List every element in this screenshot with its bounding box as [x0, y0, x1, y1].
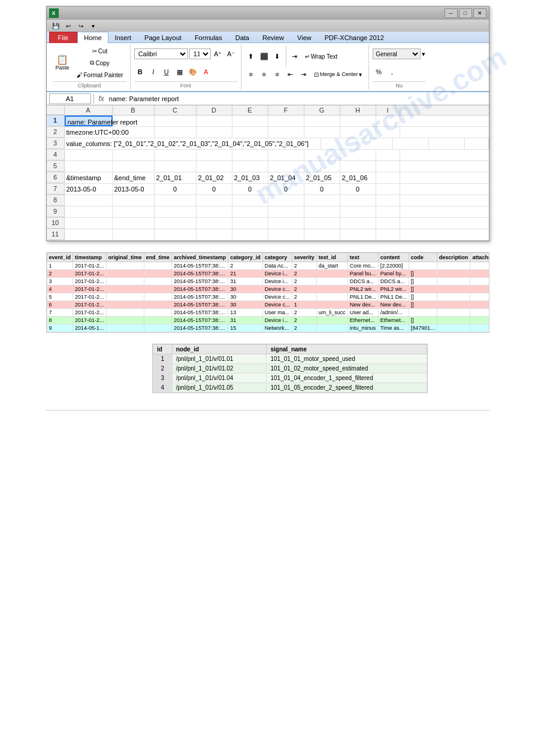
cell-e2[interactable]: [232, 127, 268, 138]
fill-color-button[interactable]: 🎨: [187, 66, 199, 77]
align-middle-button[interactable]: ⬛: [258, 51, 270, 62]
signal-table-row[interactable]: 2/pnl/pnl_1_01/v/01.02101_01_02_motor_sp…: [153, 364, 427, 374]
cell-d4[interactable]: [197, 150, 232, 160]
cell-a10[interactable]: [65, 218, 113, 229]
cell-i6[interactable]: [376, 172, 400, 183]
cell-c11[interactable]: [155, 229, 197, 240]
bold-button[interactable]: B: [134, 66, 146, 77]
cell-i11[interactable]: [376, 229, 400, 240]
font-decrease-button[interactable]: A⁻: [225, 48, 237, 59]
cell-c6[interactable]: 2_01_01: [155, 172, 197, 183]
cell-f10[interactable]: [268, 218, 304, 229]
cell-d7[interactable]: 0: [197, 184, 232, 195]
cell-c2[interactable]: [155, 127, 197, 138]
cell-h11[interactable]: [340, 229, 376, 240]
cut-button[interactable]: ✂ Cut: [74, 45, 126, 56]
qat-save-button[interactable]: 💾: [50, 21, 61, 31]
cell-d6[interactable]: 2_01_02: [197, 172, 232, 183]
signal-table-row[interactable]: 3/pnl/pnl_1_01/v/01.04101_01_04_encoder_…: [153, 374, 427, 383]
font-increase-button[interactable]: A⁺: [212, 48, 224, 59]
event-table-row[interactable]: 52017-01-2...2014-05-15T07:38:0...30Devi…: [47, 293, 489, 301]
cell-d2[interactable]: [197, 127, 232, 138]
cell-g1[interactable]: [304, 116, 340, 126]
cell-a1[interactable]: name: Parameter report: [65, 116, 113, 126]
event-table-row[interactable]: 92014-05-1...2014-05-15T07:38:0...15Netw…: [47, 324, 489, 332]
cell-b5[interactable]: [113, 161, 155, 172]
align-center-button[interactable]: ≡: [258, 69, 270, 80]
cell-a6[interactable]: &timestamp: [65, 172, 113, 183]
merge-center-button[interactable]: ⊡ Merge & Center ▾: [311, 69, 365, 80]
cell-h3[interactable]: [429, 138, 465, 149]
cell-d10[interactable]: [197, 218, 232, 229]
cell-i10[interactable]: [376, 218, 400, 229]
signal-table-row[interactable]: 4/pnl/pnl_1_01/v/01.05101_01_05_encoder_…: [153, 383, 427, 393]
cell-f7[interactable]: 0: [268, 184, 304, 195]
cell-a3[interactable]: value_columns: ["2_01_01","2_01_02","2_0…: [65, 138, 201, 149]
cell-i2[interactable]: [376, 127, 400, 138]
font-name-selector[interactable]: Calibri: [134, 48, 188, 59]
cell-b3[interactable]: [201, 138, 243, 149]
cell-b6[interactable]: &end_time: [113, 172, 155, 183]
align-right-button[interactable]: ≡: [271, 69, 283, 80]
cell-a11[interactable]: [65, 229, 113, 240]
signal-table-row[interactable]: 1/pnl/pnl_1_01/v/01.01101_01_01_motor_sp…: [153, 354, 427, 364]
cell-i7[interactable]: [376, 184, 400, 195]
cell-g2[interactable]: [304, 127, 340, 138]
cell-i5[interactable]: [376, 161, 400, 172]
cell-b8[interactable]: [113, 195, 155, 206]
cell-a8[interactable]: [65, 195, 113, 206]
cell-f11[interactable]: [268, 229, 304, 240]
cell-i4[interactable]: [376, 150, 400, 160]
cell-b9[interactable]: [113, 207, 155, 217]
cell-g6[interactable]: 2_01_05: [304, 172, 340, 183]
cell-reference-input[interactable]: A1: [49, 93, 91, 104]
cell-e4[interactable]: [232, 150, 268, 160]
cell-a5[interactable]: [65, 161, 113, 172]
cell-b10[interactable]: [113, 218, 155, 229]
percent-button[interactable]: %: [373, 66, 385, 77]
maximize-button[interactable]: □: [459, 8, 472, 18]
col-header-a[interactable]: A: [65, 105, 113, 115]
cell-i8[interactable]: [376, 195, 400, 206]
cell-h2[interactable]: [340, 127, 376, 138]
cell-g9[interactable]: [304, 207, 340, 217]
cell-d9[interactable]: [197, 207, 232, 217]
col-header-g[interactable]: G: [304, 105, 340, 115]
border-button[interactable]: ▦: [174, 66, 186, 77]
wrap-text-button[interactable]: ↵ Wrap Text: [302, 51, 341, 62]
cell-a4[interactable]: [65, 150, 113, 160]
event-table-row[interactable]: 12017-01-2...2014-05-15T07:38:0...2Data …: [47, 262, 489, 270]
font-color-button[interactable]: A: [200, 66, 212, 77]
tab-file[interactable]: File: [49, 32, 78, 43]
cell-g11[interactable]: [304, 229, 340, 240]
underline-button[interactable]: U: [161, 66, 173, 77]
qat-redo-button[interactable]: ↪: [75, 21, 86, 31]
cell-f8[interactable]: [268, 195, 304, 206]
tab-pdf-xchange[interactable]: PDF-XChange 2012: [318, 32, 391, 43]
tab-formulas[interactable]: Formulas: [188, 32, 229, 43]
align-bottom-button[interactable]: ⬇: [271, 51, 283, 62]
cell-c3[interactable]: [243, 138, 285, 149]
cell-g8[interactable]: [304, 195, 340, 206]
number-format-selector[interactable]: General: [373, 48, 421, 59]
col-header-e[interactable]: E: [232, 105, 268, 115]
tab-insert[interactable]: Insert: [108, 32, 138, 43]
cell-e1[interactable]: [232, 116, 268, 126]
cell-f9[interactable]: [268, 207, 304, 217]
increase-indent-button[interactable]: ⇥: [298, 69, 310, 80]
col-header-d[interactable]: D: [197, 105, 232, 115]
cell-i3[interactable]: [465, 138, 489, 149]
cell-i1[interactable]: [376, 116, 400, 126]
paste-button[interactable]: 📋 Paste: [53, 47, 72, 78]
decrease-indent-button[interactable]: ⇤: [285, 69, 297, 80]
cell-d3[interactable]: [285, 138, 321, 149]
event-table-row[interactable]: 62017-01-2...2014-05-15T07:38:0...30Devi…: [47, 301, 489, 309]
cell-a2[interactable]: timezone:UTC+00:00: [65, 127, 113, 138]
cell-h9[interactable]: [340, 207, 376, 217]
cell-g4[interactable]: [304, 150, 340, 160]
cell-e11[interactable]: [232, 229, 268, 240]
cell-c4[interactable]: [155, 150, 197, 160]
col-header-i[interactable]: I: [376, 105, 400, 115]
cell-b2[interactable]: [113, 127, 155, 138]
cell-f6[interactable]: 2_01_04: [268, 172, 304, 183]
